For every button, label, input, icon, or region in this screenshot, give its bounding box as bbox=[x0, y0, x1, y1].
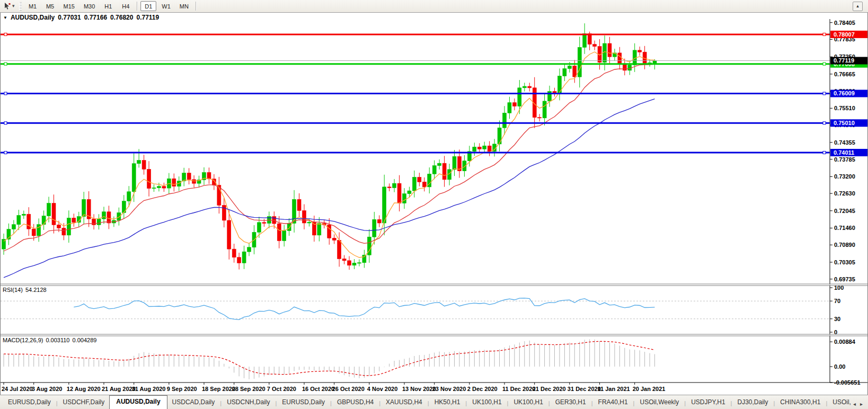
toolbar-scroll-up-button[interactable]: ▴ bbox=[853, 2, 863, 11]
chart-tab[interactable]: FRA40,H1 bbox=[594, 396, 633, 409]
svg-text:2 Dec 2020: 2 Dec 2020 bbox=[467, 386, 498, 392]
svg-text:7 Oct 2020: 7 Oct 2020 bbox=[267, 386, 296, 392]
timeframe-button-h1[interactable]: H1 bbox=[100, 1, 116, 11]
chart-tab[interactable]: UK100,H1 bbox=[509, 396, 547, 409]
chart-title: ▼ AUDUSD,Daily 0.77031 0.77166 0.76820 0… bbox=[3, 14, 159, 21]
svg-text:0.69735: 0.69735 bbox=[834, 276, 855, 282]
svg-text:16 Oct 2020: 16 Oct 2020 bbox=[302, 386, 334, 392]
chart-tab[interactable]: XAUUSD,H4 bbox=[381, 396, 427, 409]
chart-tabs: EURUSD,Daily|USDCHF,DailyAUDUSD,DailyUSD… bbox=[0, 395, 853, 409]
chart-tab[interactable]: GER30,H1 bbox=[551, 396, 591, 409]
svg-text:0.74355: 0.74355 bbox=[834, 139, 855, 146]
timeframe-button-h4[interactable]: H4 bbox=[118, 1, 134, 11]
chart-tab[interactable]: USDCAD,Daily bbox=[167, 396, 220, 409]
svg-text:12 Aug 2020: 12 Aug 2020 bbox=[67, 386, 101, 392]
rsi-name: RSI(14) bbox=[3, 287, 23, 293]
chart-tab[interactable]: CHINA300,H1 bbox=[775, 396, 825, 409]
level-handle[interactable] bbox=[823, 92, 826, 95]
timeframe-button-m30[interactable]: M30 bbox=[80, 1, 99, 11]
svg-text:0.70890: 0.70890 bbox=[834, 242, 855, 248]
chart-title-high: 0.77166 bbox=[84, 14, 107, 21]
svg-text:70: 70 bbox=[834, 298, 840, 304]
chart-tab[interactable]: USDCNH,Daily bbox=[222, 396, 274, 409]
svg-text:24 Jul 2020: 24 Jul 2020 bbox=[2, 386, 33, 392]
chart-tab[interactable]: HK50,H1 bbox=[430, 396, 465, 409]
chart-tab[interactable]: UK100,H1 bbox=[467, 396, 506, 409]
price-badges: 0.780070.770080.760090.750100.740110.771… bbox=[830, 31, 867, 156]
level-handle[interactable] bbox=[823, 33, 826, 35]
svg-text:0.70305: 0.70305 bbox=[834, 259, 855, 265]
tab-scroll-left-icon[interactable]: ◂ bbox=[853, 401, 856, 407]
chart-tab[interactable]: USOil,Weekly bbox=[635, 396, 684, 409]
timeframe-button-d1[interactable]: D1 bbox=[140, 1, 156, 11]
svg-text:0.74011: 0.74011 bbox=[834, 149, 854, 156]
svg-text:0.71460: 0.71460 bbox=[834, 225, 855, 231]
svg-text:0.76665: 0.76665 bbox=[834, 71, 855, 77]
svg-text:9 Sep 2020: 9 Sep 2020 bbox=[167, 386, 197, 392]
svg-text:4 Nov 2020: 4 Nov 2020 bbox=[367, 386, 397, 392]
svg-text:23 Nov 2020: 23 Nov 2020 bbox=[432, 386, 466, 392]
svg-text:31 Dec 2020: 31 Dec 2020 bbox=[568, 386, 601, 392]
pane-splitter[interactable] bbox=[1, 284, 867, 286]
chart-tab[interactable]: DJ30,Daily bbox=[732, 396, 773, 409]
macd-label: MACD(12,26,9) 0.003110 0.004289 bbox=[3, 337, 96, 343]
timeframe-button-m15[interactable]: M15 bbox=[60, 1, 78, 11]
chart-title-symbol: AUDUSD,Daily bbox=[11, 14, 55, 21]
level-handle[interactable] bbox=[823, 63, 826, 65]
svg-text:26 Oct 2020: 26 Oct 2020 bbox=[332, 386, 365, 392]
toolbar-grip[interactable] bbox=[19, 2, 22, 11]
svg-text:0.77119: 0.77119 bbox=[834, 57, 854, 64]
title-marker-icon[interactable]: ▼ bbox=[3, 15, 7, 20]
svg-text:0.78007: 0.78007 bbox=[834, 31, 855, 38]
svg-text:0.75010: 0.75010 bbox=[834, 120, 855, 126]
chart-tab[interactable]: USDCHF,Daily bbox=[58, 396, 110, 409]
level-handle[interactable] bbox=[4, 122, 7, 125]
svg-text:0.75510: 0.75510 bbox=[834, 105, 855, 111]
horizontal-levels[interactable] bbox=[1, 33, 830, 154]
top-toolbar: ▾ M1 M5 M15 M30 H1 H4 D1 W1 MN ▴ bbox=[0, 0, 868, 13]
svg-text:0.72630: 0.72630 bbox=[834, 190, 855, 197]
level-handle[interactable] bbox=[823, 122, 826, 125]
svg-text:21 Dec 2020: 21 Dec 2020 bbox=[533, 386, 566, 392]
pane-splitter[interactable] bbox=[1, 334, 867, 336]
svg-text:0.72045: 0.72045 bbox=[834, 208, 855, 214]
chart-tab-bar: EURUSD,Daily|USDCHF,DailyAUDUSD,DailyUSD… bbox=[0, 395, 868, 409]
macd-main-value: 0.003110 bbox=[46, 337, 69, 343]
svg-text:0.00884: 0.00884 bbox=[834, 339, 856, 345]
chart-tab[interactable]: USOil, bbox=[828, 396, 853, 409]
svg-text:0.73785: 0.73785 bbox=[834, 156, 855, 163]
level-handle[interactable] bbox=[823, 152, 826, 154]
svg-text:18 Sep 2020: 18 Sep 2020 bbox=[202, 386, 235, 392]
svg-text:30: 30 bbox=[834, 316, 840, 322]
cursor-tool-icon bbox=[3, 2, 11, 10]
svg-text:31 Aug 2020: 31 Aug 2020 bbox=[132, 386, 166, 392]
level-handle[interactable] bbox=[4, 33, 7, 35]
rsi-label: RSI(14) 54.2128 bbox=[3, 287, 47, 293]
chart-tab[interactable]: EURUSD,Daily bbox=[3, 396, 56, 409]
chart-title-open: 0.77031 bbox=[58, 14, 81, 21]
timeframe-button-w1[interactable]: W1 bbox=[158, 1, 174, 11]
timeframe-button-mn[interactable]: MN bbox=[176, 1, 192, 11]
price-chart-canvas[interactable]: 0.784050.778350.772500.766650.760800.755… bbox=[1, 13, 867, 395]
toolbar-separator bbox=[196, 2, 196, 11]
timeframe-button-m1[interactable]: M1 bbox=[25, 1, 41, 11]
chart-tab-active[interactable]: AUDUSD,Daily bbox=[109, 395, 167, 409]
macd-signal-value: 0.004289 bbox=[73, 337, 97, 343]
svg-text:28 Sep 2020: 28 Sep 2020 bbox=[232, 386, 265, 392]
chart-tool-cluster[interactable]: ▾ bbox=[2, 2, 16, 10]
timeframe-button-m5[interactable]: M5 bbox=[42, 1, 58, 11]
macd-pane: 0.008840.00-0.005651 bbox=[4, 339, 861, 386]
level-handle[interactable] bbox=[4, 92, 7, 95]
tab-scroll-right-icon[interactable]: ▸ bbox=[860, 401, 863, 407]
level-handle[interactable] bbox=[4, 63, 7, 65]
svg-text:0.73200: 0.73200 bbox=[834, 173, 855, 180]
svg-text:11 Dec 2020: 11 Dec 2020 bbox=[502, 386, 535, 392]
svg-text:0.00: 0.00 bbox=[834, 363, 845, 370]
ma-slow-blue-line bbox=[4, 99, 655, 278]
dropdown-caret-icon[interactable]: ▾ bbox=[12, 4, 15, 8]
chart-tab[interactable]: USDJPY,H1 bbox=[686, 396, 730, 409]
chart-tab[interactable]: GBPUSD,H4 bbox=[332, 396, 378, 409]
candles-layer[interactable] bbox=[2, 23, 657, 270]
chart-tab[interactable]: EURUSD,Daily bbox=[277, 396, 330, 409]
level-handle[interactable] bbox=[4, 152, 7, 154]
